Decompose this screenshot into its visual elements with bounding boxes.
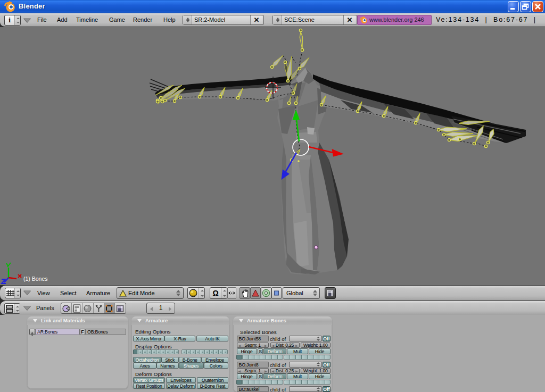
svg-text:(1) Bones: (1) Bones [23,276,48,282]
